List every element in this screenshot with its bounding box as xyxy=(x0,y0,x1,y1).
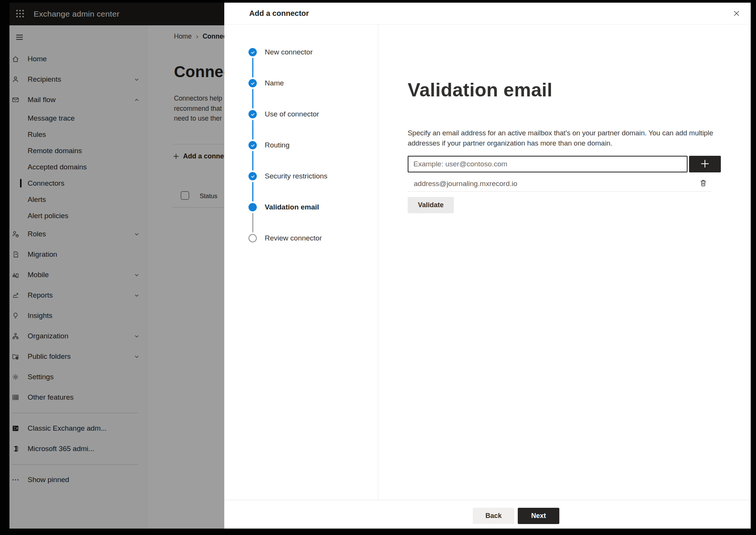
step-label: New connector xyxy=(265,48,313,56)
step-connector xyxy=(252,120,253,140)
step-label: Review connector xyxy=(265,234,322,242)
wizard-step-routing: Routing xyxy=(248,139,290,151)
step-completed-check-icon xyxy=(248,79,257,87)
email-input[interactable] xyxy=(408,156,688,172)
step-completed-check-icon xyxy=(248,110,257,118)
step-description: Specify an email address for an active m… xyxy=(408,128,722,148)
close-button[interactable] xyxy=(731,9,742,19)
step-connector xyxy=(252,151,253,171)
panel-header: Add a connector xyxy=(224,3,751,25)
step-label: Name xyxy=(265,79,284,87)
validate-button[interactable]: Validate xyxy=(408,197,454,213)
wizard-step-validation-email: Validation email xyxy=(248,201,319,213)
trash-icon xyxy=(699,179,708,189)
wizard-step-security-restrictions: Security restrictions xyxy=(248,170,328,182)
back-button[interactable]: Back xyxy=(473,508,514,524)
add-connector-panel: Add a connector New connectorNameUse of … xyxy=(224,3,751,529)
step-label: Use of connector xyxy=(265,110,319,118)
wizard-steps: New connectorNameUse of connectorRouting… xyxy=(224,25,378,500)
step-connector xyxy=(252,58,253,78)
step-completed-check-icon xyxy=(248,141,257,149)
address-list: address@journaling.mxrecord.io xyxy=(408,176,712,192)
next-button[interactable]: Next xyxy=(518,508,559,524)
step-label: Security restrictions xyxy=(265,172,328,180)
step-label: Routing xyxy=(265,141,290,149)
step-connector xyxy=(252,89,253,109)
address-row: address@journaling.mxrecord.io xyxy=(408,176,712,192)
delete-address-button[interactable] xyxy=(697,178,709,189)
step-completed-check-icon xyxy=(248,172,257,180)
step-heading: Validation email xyxy=(408,79,553,101)
email-entry-row xyxy=(408,156,721,172)
step-connector xyxy=(252,213,253,233)
app-window: Exchange admin center HomeRecipientsMail… xyxy=(9,3,751,529)
step-label: Validation email xyxy=(265,203,319,211)
panel-title: Add a connector xyxy=(249,9,309,18)
screenshot-frame: Exchange admin center HomeRecipientsMail… xyxy=(0,0,756,535)
step-upcoming-circle-icon xyxy=(248,234,257,242)
panel-footer: Back Next xyxy=(224,500,751,529)
step-completed-check-icon xyxy=(248,48,257,56)
add-address-button[interactable] xyxy=(689,156,721,172)
address-text: address@journaling.mxrecord.io xyxy=(414,180,517,188)
modal-dim-overlay xyxy=(9,3,224,529)
plus-icon xyxy=(700,158,710,170)
wizard-step-use-of-connector: Use of connector xyxy=(248,108,319,120)
close-icon xyxy=(733,9,740,19)
step-current-dot-icon xyxy=(248,203,257,211)
step-connector xyxy=(252,182,253,202)
wizard-step-new-connector: New connector xyxy=(248,46,313,58)
wizard-step-name: Name xyxy=(248,77,284,89)
wizard-step-review-connector: Review connector xyxy=(248,232,322,244)
